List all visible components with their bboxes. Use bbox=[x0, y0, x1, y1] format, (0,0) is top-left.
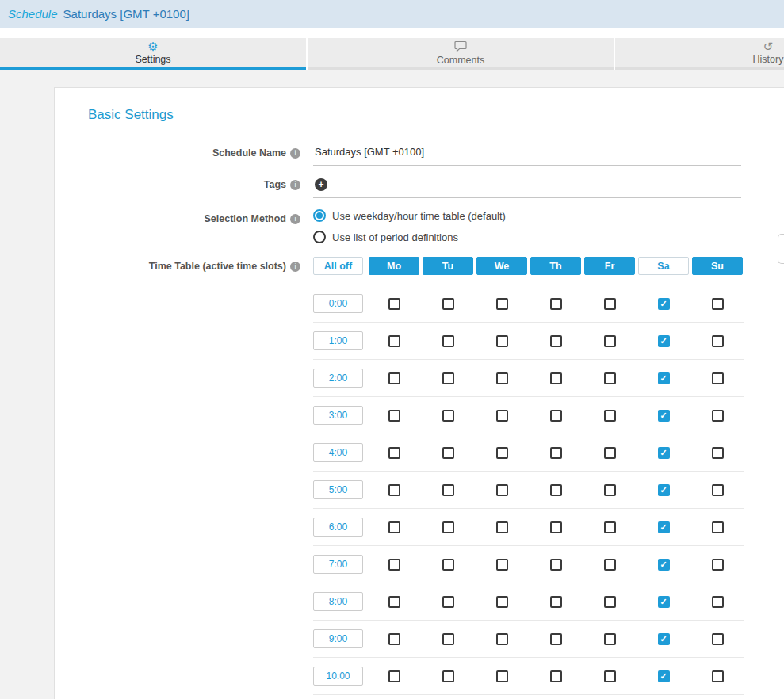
timeslot-checkbox-mo-1000[interactable] bbox=[388, 670, 400, 682]
tab-settings[interactable]: ⚙ Settings bbox=[0, 38, 306, 70]
day-button-mo[interactable]: Mo bbox=[369, 257, 419, 275]
radio-unselected[interactable] bbox=[313, 231, 326, 243]
timeslot-checkbox-tu-300[interactable] bbox=[442, 410, 454, 422]
timeslot-checkbox-sa-500[interactable]: ✓ bbox=[658, 484, 670, 496]
timeslot-checkbox-fr-900[interactable] bbox=[604, 633, 616, 645]
timeslot-checkbox-we-700[interactable] bbox=[496, 559, 508, 571]
timeslot-checkbox-su-600[interactable] bbox=[712, 521, 724, 533]
side-panel-handle[interactable] bbox=[778, 234, 784, 264]
timeslot-checkbox-fr-800[interactable] bbox=[604, 596, 616, 608]
timeslot-checkbox-we-800[interactable] bbox=[496, 596, 508, 608]
time-button-700[interactable]: 7:00 bbox=[313, 555, 363, 574]
timeslot-checkbox-tu-100[interactable] bbox=[442, 335, 454, 347]
timeslot-checkbox-mo-800[interactable] bbox=[388, 596, 400, 608]
time-button-800[interactable]: 8:00 bbox=[313, 592, 363, 611]
timeslot-checkbox-mo-600[interactable] bbox=[388, 521, 400, 533]
timeslot-checkbox-su-000[interactable] bbox=[712, 298, 724, 310]
time-button-100[interactable]: 1:00 bbox=[313, 331, 363, 350]
timeslot-checkbox-su-900[interactable] bbox=[712, 633, 724, 645]
timeslot-checkbox-su-800[interactable] bbox=[712, 596, 724, 608]
timeslot-checkbox-tu-000[interactable] bbox=[442, 298, 454, 310]
timeslot-checkbox-we-1000[interactable] bbox=[496, 670, 508, 682]
day-button-tu[interactable]: Tu bbox=[423, 257, 473, 275]
day-button-fr[interactable]: Fr bbox=[584, 257, 635, 275]
timeslot-checkbox-we-000[interactable] bbox=[496, 298, 508, 310]
timeslot-checkbox-sa-800[interactable]: ✓ bbox=[658, 596, 670, 608]
timeslot-checkbox-fr-600[interactable] bbox=[604, 521, 616, 533]
timeslot-checkbox-su-200[interactable] bbox=[712, 372, 724, 384]
timeslot-checkbox-sa-000[interactable]: ✓ bbox=[658, 298, 670, 310]
info-icon[interactable]: i bbox=[290, 262, 300, 272]
timeslot-checkbox-we-500[interactable] bbox=[496, 484, 508, 496]
time-button-500[interactable]: 5:00 bbox=[313, 480, 363, 499]
timeslot-checkbox-sa-300[interactable]: ✓ bbox=[658, 410, 670, 422]
timeslot-checkbox-we-200[interactable] bbox=[496, 372, 508, 384]
timeslot-checkbox-th-000[interactable] bbox=[550, 298, 562, 310]
timeslot-checkbox-th-900[interactable] bbox=[550, 633, 562, 645]
timeslot-checkbox-fr-400[interactable] bbox=[604, 447, 616, 459]
timeslot-checkbox-tu-900[interactable] bbox=[442, 633, 454, 645]
selection-method-option[interactable]: Use weekday/hour time table (default) bbox=[313, 209, 741, 222]
schedule-name-input[interactable] bbox=[313, 143, 741, 166]
radio-selected[interactable] bbox=[313, 209, 326, 222]
timeslot-checkbox-sa-400[interactable]: ✓ bbox=[658, 447, 670, 459]
timeslot-checkbox-th-1000[interactable] bbox=[550, 670, 562, 682]
timeslot-checkbox-tu-200[interactable] bbox=[442, 372, 454, 384]
timeslot-checkbox-tu-400[interactable] bbox=[442, 447, 454, 459]
timeslot-checkbox-th-700[interactable] bbox=[550, 559, 562, 571]
timeslot-checkbox-fr-100[interactable] bbox=[604, 335, 616, 347]
timeslot-checkbox-th-100[interactable] bbox=[550, 335, 562, 347]
timeslot-checkbox-th-600[interactable] bbox=[550, 521, 562, 533]
selection-method-option[interactable]: Use list of period definitions bbox=[313, 231, 741, 243]
timeslot-checkbox-th-400[interactable] bbox=[550, 447, 562, 459]
day-button-th[interactable]: Th bbox=[530, 257, 581, 275]
timeslot-checkbox-su-400[interactable] bbox=[712, 447, 724, 459]
tab-comments[interactable]: Comments bbox=[308, 38, 614, 70]
timeslot-checkbox-we-600[interactable] bbox=[496, 521, 508, 533]
day-button-su[interactable]: Su bbox=[692, 257, 743, 275]
time-button-1000[interactable]: 10:00 bbox=[313, 667, 363, 686]
time-button-200[interactable]: 2:00 bbox=[313, 369, 363, 388]
timeslot-checkbox-sa-100[interactable]: ✓ bbox=[658, 335, 670, 347]
timeslot-checkbox-mo-200[interactable] bbox=[388, 372, 400, 384]
info-icon[interactable]: i bbox=[290, 148, 300, 159]
timeslot-checkbox-th-200[interactable] bbox=[550, 372, 562, 384]
timeslot-checkbox-sa-1000[interactable]: ✓ bbox=[658, 670, 670, 682]
timeslot-checkbox-fr-700[interactable] bbox=[604, 559, 616, 571]
timeslot-checkbox-mo-900[interactable] bbox=[388, 633, 400, 645]
timeslot-checkbox-mo-100[interactable] bbox=[388, 335, 400, 347]
info-icon[interactable]: i bbox=[290, 214, 300, 224]
timeslot-checkbox-su-700[interactable] bbox=[712, 559, 724, 571]
timeslot-checkbox-su-100[interactable] bbox=[712, 335, 724, 347]
timeslot-checkbox-tu-500[interactable] bbox=[442, 484, 454, 496]
timeslot-checkbox-sa-600[interactable]: ✓ bbox=[658, 521, 670, 533]
timeslot-checkbox-we-300[interactable] bbox=[496, 410, 508, 422]
add-tag-button[interactable]: + bbox=[315, 178, 327, 191]
timeslot-checkbox-th-300[interactable] bbox=[550, 410, 562, 422]
timeslot-checkbox-mo-300[interactable] bbox=[388, 410, 400, 422]
timeslot-checkbox-su-300[interactable] bbox=[712, 410, 724, 422]
time-button-900[interactable]: 9:00 bbox=[313, 629, 363, 648]
timeslot-checkbox-su-500[interactable] bbox=[712, 484, 724, 496]
timeslot-checkbox-sa-900[interactable]: ✓ bbox=[658, 633, 670, 645]
timeslot-checkbox-tu-600[interactable] bbox=[442, 521, 454, 533]
timeslot-checkbox-th-800[interactable] bbox=[550, 596, 562, 608]
timeslot-checkbox-mo-500[interactable] bbox=[388, 484, 400, 496]
day-button-sa[interactable]: Sa bbox=[638, 257, 689, 275]
timeslot-checkbox-we-400[interactable] bbox=[496, 447, 508, 459]
day-button-we[interactable]: We bbox=[476, 257, 527, 275]
tab-history[interactable]: ↺ History bbox=[615, 38, 784, 70]
time-button-600[interactable]: 6:00 bbox=[313, 518, 363, 537]
timeslot-checkbox-fr-1000[interactable] bbox=[604, 670, 616, 682]
time-button-300[interactable]: 3:00 bbox=[313, 406, 363, 425]
timeslot-checkbox-sa-200[interactable]: ✓ bbox=[658, 372, 670, 384]
info-icon[interactable]: i bbox=[290, 180, 300, 190]
timeslot-checkbox-tu-700[interactable] bbox=[442, 559, 454, 571]
timeslot-checkbox-fr-000[interactable] bbox=[604, 298, 616, 310]
time-button-000[interactable]: 0:00 bbox=[313, 294, 363, 313]
timeslot-checkbox-tu-800[interactable] bbox=[442, 596, 454, 608]
timeslot-checkbox-th-500[interactable] bbox=[550, 484, 562, 496]
all-off-button[interactable]: All off bbox=[313, 257, 363, 275]
timeslot-checkbox-tu-1000[interactable] bbox=[442, 670, 454, 682]
time-button-400[interactable]: 4:00 bbox=[313, 443, 363, 462]
